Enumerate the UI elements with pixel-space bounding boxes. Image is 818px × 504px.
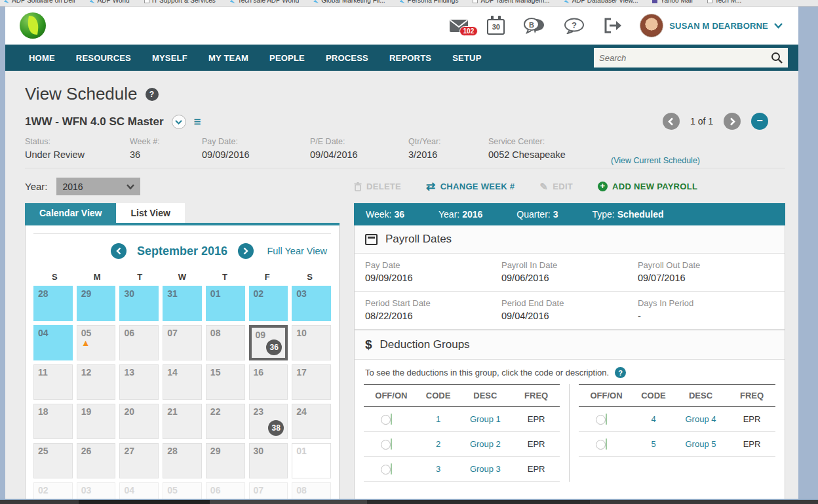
edit-button[interactable]: ✎ EDIT	[539, 181, 573, 193]
calendar-day-07[interactable]: 07	[163, 325, 202, 360]
deduction-help-icon[interactable]: ?	[615, 367, 626, 378]
prev-month-button[interactable]	[111, 243, 127, 259]
calendar-day-29[interactable]: 29	[77, 286, 116, 321]
calendar-day-08[interactable]: 08	[206, 325, 245, 360]
nav-item-setup[interactable]: SETUP	[452, 53, 481, 63]
bookmark-item[interactable]: Global Marketing Fil...	[313, 0, 385, 4]
bookmark-item[interactable]: IT Support & Services	[144, 0, 216, 4]
calendar-day-02[interactable]: 02	[33, 482, 73, 499]
bookmark-item[interactable]: ADP Talent Managem...	[473, 0, 549, 4]
deduction-code-link[interactable]: 2	[419, 439, 458, 449]
bookmark-item[interactable]: Tech sale ADP World	[230, 0, 300, 4]
nav-item-process[interactable]: PROCESS	[326, 53, 368, 63]
calendar-day-23[interactable]: 2338	[249, 404, 288, 439]
deduction-desc-link[interactable]: Group 5	[673, 439, 728, 449]
calendar-day-07[interactable]: 0740	[249, 482, 288, 499]
bookmark-item[interactable]: ADP Database/ View...	[564, 0, 638, 4]
deduction-desc-link[interactable]: Group 2	[458, 439, 513, 449]
bookmark-item[interactable]: Tech M...	[707, 0, 742, 4]
deduction-code-link[interactable]: 4	[634, 414, 673, 424]
schedule-menu-icon[interactable]: ≡	[194, 115, 201, 129]
deduction-toggle[interactable]	[391, 463, 392, 475]
calendar-day-08[interactable]: 08	[292, 482, 331, 499]
calendar-day-04[interactable]: 04	[119, 482, 159, 499]
support-help-icon[interactable]: ?	[564, 18, 585, 34]
collapse-button[interactable]: −	[751, 113, 768, 130]
calendar-day-22[interactable]: 22	[206, 404, 245, 439]
next-month-button[interactable]	[238, 243, 254, 259]
change-week-button[interactable]: ⇄ CHANGE WEEK #	[426, 180, 515, 193]
calendar-day-06[interactable]: 06	[206, 482, 245, 499]
calendar-day-12[interactable]: 12	[77, 364, 116, 400]
bookmark-item[interactable]: Persona Findings	[400, 0, 459, 4]
company-chat-icon[interactable]: B	[523, 17, 545, 34]
deduction-code-link[interactable]: 3	[419, 464, 458, 474]
calendar-day-31[interactable]: 31	[163, 286, 202, 321]
nav-item-resources[interactable]: RESOURCES	[76, 53, 131, 63]
bookmark-item[interactable]: ADP Software on Dell	[4, 0, 75, 4]
logout-icon[interactable]	[603, 18, 621, 33]
calendar-day-11[interactable]: 11	[33, 364, 73, 400]
next-schedule-button[interactable]	[724, 113, 741, 130]
schedule-dropdown-icon[interactable]	[172, 115, 186, 129]
calendar-day-15[interactable]: 15	[206, 364, 245, 400]
calendar-day-14[interactable]: 14	[163, 364, 202, 400]
calendar-day-19[interactable]: 19	[77, 404, 116, 439]
calendar-day-18[interactable]: 18	[33, 404, 73, 439]
bookmark-item[interactable]: Yahoo Mail	[652, 0, 692, 4]
calendar-day-26[interactable]: 26	[77, 443, 116, 478]
view-current-schedule-link[interactable]: (View Current Schedule)	[611, 156, 700, 165]
deduction-desc-link[interactable]: Group 1	[458, 414, 513, 424]
calendar-day-27[interactable]: 27	[119, 443, 159, 478]
deduction-code-link[interactable]: 5	[634, 439, 673, 449]
nav-item-reports[interactable]: REPORTS	[389, 53, 431, 63]
page-help-icon[interactable]: ?	[146, 88, 159, 101]
search-icon[interactable]	[771, 52, 783, 64]
full-year-view-link[interactable]: Full Year View	[267, 246, 327, 256]
calendar-day-13[interactable]: 13	[119, 364, 159, 400]
calendar-day-06[interactable]: 06	[119, 325, 159, 360]
calendar-day-03[interactable]: 03	[77, 482, 116, 499]
deduction-code-link[interactable]: 1	[419, 414, 458, 424]
calendar-day-25[interactable]: 25	[33, 443, 73, 478]
deduction-toggle[interactable]	[391, 438, 392, 450]
nav-item-people[interactable]: PEOPLE	[269, 53, 305, 63]
tab-list-view[interactable]: List View	[116, 203, 184, 223]
deduction-desc-link[interactable]: Group 4	[673, 414, 728, 424]
calendar-day-16[interactable]: 16	[249, 364, 288, 400]
calendar-day-05[interactable]: 05▲	[77, 325, 116, 360]
calendar-day-09[interactable]: 0936	[249, 325, 288, 360]
nav-item-myself[interactable]: MYSELF	[152, 53, 187, 63]
calendar-events-icon[interactable]: 30	[487, 16, 505, 35]
calendar-day-20[interactable]: 20	[119, 404, 159, 439]
calendar-day-03[interactable]: 03	[292, 286, 331, 321]
search-input[interactable]	[599, 53, 771, 63]
nav-item-my-team[interactable]: MY TEAM	[208, 53, 248, 63]
calendar-day-04[interactable]: 04	[33, 325, 73, 360]
tab-calendar-view[interactable]: Calendar View	[25, 203, 116, 223]
year-select[interactable]: 2016	[56, 178, 140, 195]
nav-item-home[interactable]: HOME	[29, 53, 55, 63]
calendar-day-01[interactable]: 01	[206, 286, 245, 321]
calendar-day-30[interactable]: 30	[119, 286, 159, 321]
delete-button[interactable]: DELETE	[354, 182, 401, 191]
deduction-toggle[interactable]	[606, 414, 607, 425]
calendar-day-29[interactable]: 29	[206, 443, 245, 478]
calendar-day-21[interactable]: 21	[163, 404, 202, 439]
calendar-day-02[interactable]: 02	[249, 286, 288, 321]
deduction-desc-link[interactable]: Group 3	[458, 464, 513, 474]
calendar-day-28[interactable]: 28	[33, 286, 73, 321]
calendar-day-24[interactable]: 24	[292, 404, 331, 439]
calendar-day-05[interactable]: 05	[163, 482, 202, 499]
deduction-toggle[interactable]	[391, 414, 392, 425]
calendar-day-01[interactable]: 01	[292, 443, 331, 478]
calendar-day-30[interactable]: 30	[249, 443, 288, 478]
bookmark-item[interactable]: ADP World	[90, 0, 130, 4]
user-menu[interactable]: SUSAN M DEARBORNE	[640, 14, 783, 37]
prev-schedule-button[interactable]	[663, 113, 680, 130]
calendar-day-10[interactable]: 10	[292, 325, 331, 360]
calendar-day-28[interactable]: 28	[163, 443, 202, 478]
deduction-toggle[interactable]	[606, 438, 607, 450]
messages-icon[interactable]: 102	[449, 19, 469, 33]
calendar-day-17[interactable]: 17	[292, 364, 331, 400]
